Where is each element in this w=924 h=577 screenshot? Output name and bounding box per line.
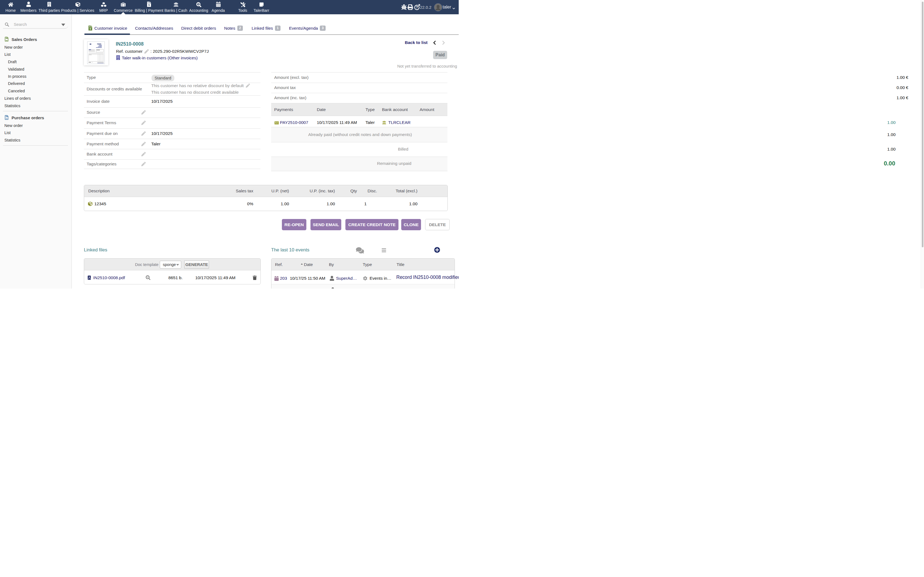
svg-text:?: ? (416, 5, 418, 9)
